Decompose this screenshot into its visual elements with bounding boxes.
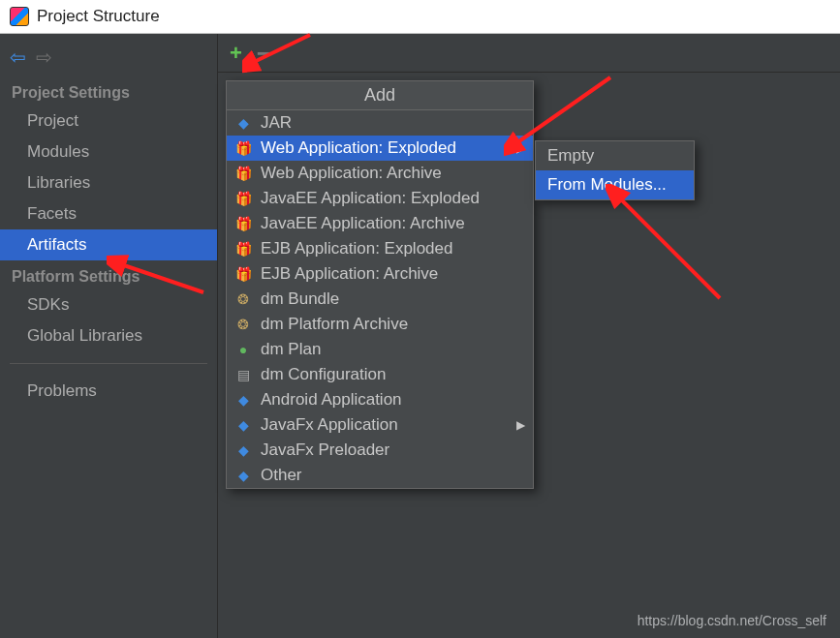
menu-item-label: dm Plan bbox=[261, 340, 321, 359]
page-icon: ▤ bbox=[234, 366, 252, 383]
gift-icon: 🎁 bbox=[234, 240, 252, 258]
menu-item-other[interactable]: ◆Other bbox=[227, 463, 533, 488]
menu-item-label: JavaFx Application bbox=[261, 415, 398, 435]
menu-item-label: Android Application bbox=[261, 390, 402, 410]
menu-item-label: Web Application: Archive bbox=[261, 164, 442, 183]
menu-item-android-application[interactable]: ◆Android Application bbox=[227, 387, 533, 412]
sidebar-divider bbox=[10, 363, 207, 364]
window-title: Project Structure bbox=[37, 7, 160, 26]
popup-title: Add bbox=[227, 81, 533, 110]
menu-item-label: dm Platform Archive bbox=[261, 315, 408, 334]
menu-item-jar[interactable]: ◆JAR bbox=[227, 110, 533, 136]
menu-item-ejb-application-archive[interactable]: 🎁EJB Application: Archive bbox=[227, 261, 533, 287]
forward-icon[interactable]: ⇨ bbox=[36, 47, 52, 67]
menu-item-dm-platform-archive[interactable]: ❂dm Platform Archive bbox=[227, 312, 533, 337]
watermark: https://blog.csdn.net/Cross_self bbox=[638, 613, 826, 628]
menu-item-label: dm Configuration bbox=[261, 365, 386, 384]
menu-item-dm-plan[interactable]: ●dm Plan bbox=[227, 337, 533, 362]
titlebar: Project Structure bbox=[0, 0, 840, 34]
menu-item-label: JAR bbox=[261, 113, 292, 133]
bundle-icon: ❂ bbox=[234, 316, 252, 333]
menu-item-javaee-application-exploded[interactable]: 🎁JavaEE Application: Exploded bbox=[227, 186, 533, 211]
green-icon: ● bbox=[234, 341, 252, 358]
diamond-icon: ◆ bbox=[234, 467, 252, 484]
menu-item-ejb-application-exploded[interactable]: 🎁EJB Application: Exploded bbox=[227, 236, 533, 261]
gift-icon: 🎁 bbox=[234, 265, 252, 283]
intellij-icon bbox=[10, 7, 29, 26]
sidebar-item-artifacts[interactable]: Artifacts bbox=[0, 229, 217, 260]
sidebar-item-sdks[interactable]: SDKs bbox=[0, 289, 217, 320]
menu-item-label: Other bbox=[261, 466, 302, 485]
menu-item-label: Web Application: Exploded bbox=[261, 138, 456, 158]
gift-icon: 🎁 bbox=[234, 215, 252, 232]
menu-item-label: JavaFx Preloader bbox=[261, 441, 389, 460]
sidebar-item-facets[interactable]: Facets bbox=[0, 198, 217, 229]
nav-arrows: ⇦ ⇨ bbox=[0, 42, 217, 76]
gift-icon: 🎁 bbox=[234, 165, 252, 182]
menu-item-label: EJB Application: Exploded bbox=[261, 239, 452, 258]
sidebar-item-libraries[interactable]: Libraries bbox=[0, 167, 217, 198]
submenu: EmptyFrom Modules... bbox=[535, 140, 695, 200]
menu-item-javafx-preloader[interactable]: ◆JavaFx Preloader bbox=[227, 438, 533, 463]
menu-item-web-application-exploded[interactable]: 🎁Web Application: Exploded▶ bbox=[227, 136, 533, 161]
chevron-right-icon: ▶ bbox=[516, 418, 525, 432]
section-platform-settings: Platform Settings bbox=[0, 260, 217, 289]
bundle-icon: ❂ bbox=[234, 290, 252, 308]
add-icon[interactable]: + bbox=[230, 41, 242, 66]
menu-item-label: JavaEE Application: Exploded bbox=[261, 189, 480, 208]
menu-item-dm-configuration[interactable]: ▤dm Configuration bbox=[227, 362, 533, 387]
submenu-item-empty[interactable]: Empty bbox=[536, 141, 694, 170]
menu-item-javaee-application-archive[interactable]: 🎁JavaEE Application: Archive bbox=[227, 211, 533, 236]
menu-item-label: JavaEE Application: Archive bbox=[261, 214, 465, 233]
diamond-icon: ◆ bbox=[234, 114, 252, 132]
chevron-right-icon: ▶ bbox=[516, 141, 525, 155]
gift-icon: 🎁 bbox=[234, 139, 252, 157]
back-icon[interactable]: ⇦ bbox=[10, 47, 26, 67]
menu-item-label: dm Bundle bbox=[261, 289, 339, 309]
diamond-icon: ◆ bbox=[234, 416, 252, 434]
add-popup: Add ◆JAR🎁Web Application: Exploded▶🎁Web … bbox=[226, 80, 534, 489]
sidebar-item-global-libraries[interactable]: Global Libraries bbox=[0, 320, 217, 351]
sidebar: ⇦ ⇨ Project Settings ProjectModulesLibra… bbox=[0, 34, 218, 638]
diamond-icon: ◆ bbox=[234, 391, 252, 409]
diamond-icon: ◆ bbox=[234, 441, 252, 459]
menu-item-dm-bundle[interactable]: ❂dm Bundle bbox=[227, 287, 533, 312]
menu-item-label: EJB Application: Archive bbox=[261, 264, 438, 284]
toolbar: + − bbox=[218, 34, 840, 73]
menu-item-web-application-archive[interactable]: 🎁Web Application: Archive bbox=[227, 161, 533, 186]
menu-item-javafx-application[interactable]: ◆JavaFx Application▶ bbox=[227, 412, 533, 438]
section-project-settings: Project Settings bbox=[0, 76, 217, 106]
sidebar-item-project[interactable]: Project bbox=[0, 106, 217, 137]
sidebar-item-modules[interactable]: Modules bbox=[0, 137, 217, 167]
sidebar-item-problems[interactable]: Problems bbox=[0, 376, 217, 407]
submenu-item-from-modules-[interactable]: From Modules... bbox=[536, 170, 694, 199]
gift-icon: 🎁 bbox=[234, 190, 252, 207]
remove-icon[interactable]: − bbox=[257, 41, 271, 66]
